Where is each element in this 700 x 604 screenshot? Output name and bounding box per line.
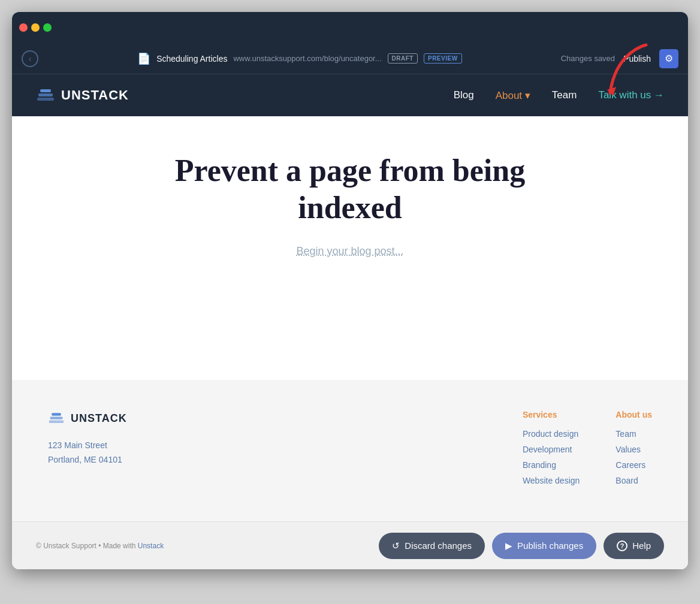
nav-about[interactable]: About ▾ bbox=[496, 89, 530, 102]
help-button[interactable]: ? Help bbox=[604, 533, 664, 559]
footer-services-title: Services bbox=[523, 410, 580, 419]
blog-title[interactable]: Prevent a page from being indexed bbox=[122, 152, 578, 227]
gear-icon: ⚙ bbox=[665, 53, 673, 64]
nav-team[interactable]: Team bbox=[552, 89, 577, 101]
preview-badge[interactable]: PREVIEW bbox=[424, 53, 462, 64]
publish-icon: ▶ bbox=[505, 540, 512, 551]
svg-rect-2 bbox=[40, 89, 51, 92]
help-icon: ? bbox=[617, 540, 627, 551]
editor-bar: ‹ 📄 Scheduling Articles www.unstacksuppo… bbox=[12, 43, 688, 74]
discard-icon: ↺ bbox=[392, 540, 400, 551]
placeholder-link[interactable]: blog post... bbox=[351, 245, 404, 257]
back-button[interactable]: ‹ bbox=[22, 50, 38, 67]
footer-logo-text: UNSTACK bbox=[71, 412, 127, 425]
footer-link-team[interactable]: Team bbox=[615, 429, 652, 439]
copyright-link[interactable]: Unstack bbox=[138, 542, 164, 550]
footer-address: 123 Main Street Portland, ME 04101 bbox=[48, 439, 499, 467]
main-content: Prevent a page from being indexed Begin … bbox=[12, 116, 688, 380]
site-logo: UNSTACK bbox=[36, 86, 129, 105]
nav-blog[interactable]: Blog bbox=[454, 89, 474, 101]
footer-links: Services Product design Development Bran… bbox=[523, 410, 652, 491]
preview-content: UNSTACK Blog About ▾ Team Talk with us →… bbox=[12, 74, 688, 569]
site-footer: UNSTACK 123 Main Street Portland, ME 041… bbox=[12, 380, 688, 521]
footer-address-line1: 123 Main Street bbox=[48, 439, 499, 453]
footer-left: UNSTACK 123 Main Street Portland, ME 041… bbox=[48, 410, 499, 491]
editor-bar-center: 📄 Scheduling Articles www.unstacksupport… bbox=[43, 52, 556, 65]
discard-label: Discard changes bbox=[405, 540, 472, 551]
site-nav: UNSTACK Blog About ▾ Team Talk with us → bbox=[12, 74, 688, 116]
nav-talk[interactable]: Talk with us → bbox=[598, 89, 664, 101]
changes-saved-status: Changes saved bbox=[561, 54, 615, 63]
publish-changes-button[interactable]: ▶ Publish changes bbox=[492, 533, 596, 559]
footer-address-line2: Portland, ME 04101 bbox=[48, 453, 499, 467]
draft-badge: DRAFT bbox=[388, 53, 418, 64]
footer-link-values[interactable]: Values bbox=[615, 445, 652, 454]
publish-label: Publish changes bbox=[517, 540, 583, 551]
minimize-button[interactable] bbox=[31, 23, 40, 32]
footer-about-title: About us bbox=[615, 410, 652, 419]
settings-button[interactable]: ⚙ bbox=[659, 49, 678, 68]
svg-rect-4 bbox=[50, 416, 63, 419]
maximize-button[interactable] bbox=[43, 23, 52, 32]
discard-changes-button[interactable]: ↺ Discard changes bbox=[379, 533, 485, 559]
site-nav-links: Blog About ▾ Team Talk with us → bbox=[454, 89, 664, 102]
article-title: Scheduling Articles bbox=[156, 54, 227, 64]
footer-logo: UNSTACK bbox=[48, 410, 499, 427]
footer-services-col: Services Product design Development Bran… bbox=[523, 410, 580, 491]
footer-link-branding[interactable]: Branding bbox=[523, 460, 580, 470]
footer-link-board[interactable]: Board bbox=[615, 476, 652, 485]
svg-rect-3 bbox=[49, 421, 64, 423]
logo-icon bbox=[36, 86, 55, 105]
action-bar: © Unstack Support • Made with Unstack ↺ … bbox=[12, 521, 688, 569]
blog-placeholder[interactable]: Begin your blog post... bbox=[296, 245, 403, 258]
footer-link-development[interactable]: Development bbox=[523, 445, 580, 454]
article-icon: 📄 bbox=[137, 52, 150, 65]
editor-bar-right: Changes saved Publish ⚙ bbox=[561, 49, 678, 68]
help-label: Help bbox=[632, 540, 651, 551]
svg-rect-5 bbox=[52, 413, 61, 415]
close-button[interactable] bbox=[19, 23, 28, 32]
copyright-text: © Unstack Support • Made with bbox=[36, 542, 138, 550]
footer-link-product-design[interactable]: Product design bbox=[523, 429, 580, 439]
footer-link-website-design[interactable]: Website design bbox=[523, 476, 580, 485]
logo-text: UNSTACK bbox=[61, 87, 129, 103]
footer-about-col: About us Team Values Careers Board bbox=[615, 410, 652, 491]
title-bar bbox=[12, 12, 688, 43]
footer-link-careers[interactable]: Careers bbox=[615, 460, 652, 470]
placeholder-text-start: Begin your bbox=[296, 245, 351, 257]
footer-logo-icon bbox=[48, 410, 65, 427]
footer-copyright: © Unstack Support • Made with Unstack bbox=[36, 542, 164, 550]
svg-rect-1 bbox=[38, 93, 53, 96]
article-url: www.unstacksupport.com/blog/uncategor... bbox=[233, 54, 381, 63]
svg-rect-0 bbox=[37, 98, 54, 101]
publish-button[interactable]: Publish bbox=[623, 54, 651, 64]
traffic-lights bbox=[19, 23, 52, 32]
